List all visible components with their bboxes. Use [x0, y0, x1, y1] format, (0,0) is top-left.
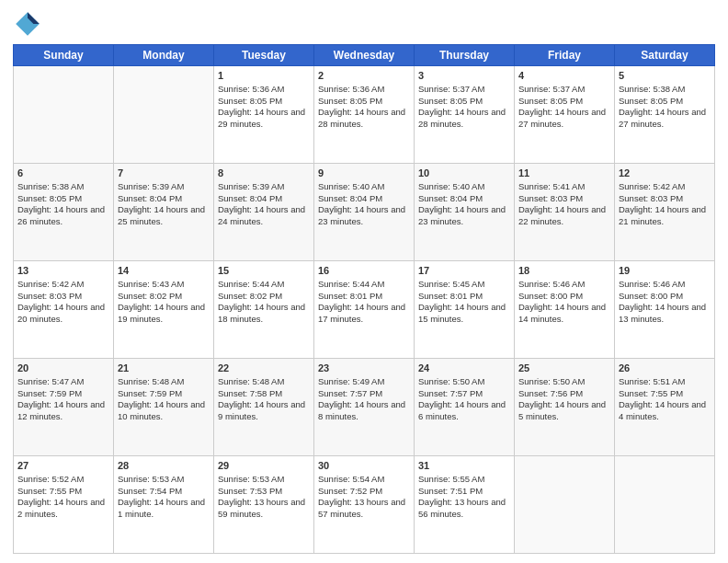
sunset-text: Sunset: 8:03 PM — [619, 193, 683, 203]
sunset-text: Sunset: 8:05 PM — [17, 193, 82, 203]
daylight-text: Daylight: 14 hours and 26 minutes. — [17, 204, 105, 226]
sunset-text: Sunset: 7:57 PM — [318, 388, 382, 398]
day-header-tuesday: Tuesday — [214, 45, 314, 66]
day-number: 17 — [418, 264, 510, 278]
daylight-text: Daylight: 14 hours and 13 minutes. — [619, 302, 706, 324]
sunrise-text: Sunrise: 5:38 AM — [17, 181, 84, 191]
daylight-text: Daylight: 14 hours and 27 minutes. — [619, 107, 706, 129]
sunset-text: Sunset: 7:59 PM — [17, 388, 82, 398]
calendar-cell: 4Sunrise: 5:37 AMSunset: 8:05 PMDaylight… — [515, 66, 615, 164]
calendar-cell: 14Sunrise: 5:43 AMSunset: 8:02 PMDayligh… — [114, 261, 214, 359]
daylight-text: Daylight: 14 hours and 4 minutes. — [619, 399, 706, 421]
sunset-text: Sunset: 8:03 PM — [518, 193, 583, 203]
sunrise-text: Sunrise: 5:43 AM — [118, 279, 184, 289]
sunrise-text: Sunrise: 5:52 AM — [17, 474, 84, 484]
sunrise-text: Sunrise: 5:45 AM — [418, 279, 484, 289]
sunrise-text: Sunrise: 5:53 AM — [218, 474, 284, 484]
calendar-cell: 30Sunrise: 5:54 AMSunset: 7:52 PMDayligh… — [314, 456, 415, 554]
calendar-cell — [114, 66, 214, 164]
sunrise-text: Sunrise: 5:53 AM — [118, 474, 184, 484]
calendar-cell: 21Sunrise: 5:48 AMSunset: 7:59 PMDayligh… — [114, 359, 214, 456]
day-number: 9 — [318, 167, 410, 180]
sunrise-text: Sunrise: 5:51 AM — [619, 376, 685, 386]
sunrise-text: Sunrise: 5:39 AM — [218, 181, 284, 191]
sunrise-text: Sunrise: 5:55 AM — [418, 474, 484, 484]
sunrise-text: Sunrise: 5:49 AM — [318, 376, 384, 386]
day-number: 18 — [518, 264, 610, 278]
daylight-text: Daylight: 14 hours and 2 minutes. — [17, 497, 105, 519]
sunset-text: Sunset: 7:55 PM — [619, 388, 683, 398]
day-number: 22 — [218, 362, 310, 375]
day-header-sunday: Sunday — [14, 45, 114, 66]
sunrise-text: Sunrise: 5:40 AM — [318, 181, 384, 191]
calendar-cell: 2Sunrise: 5:36 AMSunset: 8:05 PMDaylight… — [314, 66, 415, 164]
calendar-cell: 20Sunrise: 5:47 AMSunset: 7:59 PMDayligh… — [14, 359, 114, 456]
sunset-text: Sunset: 8:05 PM — [318, 96, 382, 106]
sunset-text: Sunset: 8:02 PM — [118, 291, 182, 301]
day-number: 23 — [318, 362, 410, 375]
calendar-cell: 15Sunrise: 5:44 AMSunset: 8:02 PMDayligh… — [214, 261, 314, 359]
daylight-text: Daylight: 14 hours and 8 minutes. — [318, 399, 405, 421]
day-number: 15 — [218, 264, 310, 278]
sunrise-text: Sunrise: 5:41 AM — [518, 181, 585, 191]
calendar-cell: 23Sunrise: 5:49 AMSunset: 7:57 PMDayligh… — [314, 359, 415, 456]
day-header-monday: Monday — [114, 45, 214, 66]
sunset-text: Sunset: 8:05 PM — [418, 96, 483, 106]
sunset-text: Sunset: 7:55 PM — [17, 486, 82, 496]
day-number: 5 — [619, 69, 711, 83]
sunset-text: Sunset: 8:04 PM — [418, 193, 483, 203]
day-number: 11 — [518, 167, 610, 180]
daylight-text: Daylight: 14 hours and 9 minutes. — [218, 399, 305, 421]
sunrise-text: Sunrise: 5:44 AM — [218, 279, 284, 289]
sunset-text: Sunset: 8:05 PM — [218, 96, 282, 106]
calendar-cell: 25Sunrise: 5:50 AMSunset: 7:56 PMDayligh… — [515, 359, 615, 456]
daylight-text: Daylight: 14 hours and 15 minutes. — [418, 302, 506, 324]
daylight-text: Daylight: 14 hours and 25 minutes. — [118, 204, 205, 226]
calendar-cell: 28Sunrise: 5:53 AMSunset: 7:54 PMDayligh… — [114, 456, 214, 554]
sunrise-text: Sunrise: 5:48 AM — [218, 376, 284, 386]
day-number: 16 — [318, 264, 410, 278]
daylight-text: Daylight: 13 hours and 57 minutes. — [318, 497, 405, 519]
sunset-text: Sunset: 8:02 PM — [218, 291, 282, 301]
daylight-text: Daylight: 14 hours and 1 minute. — [118, 497, 205, 519]
daylight-text: Daylight: 14 hours and 18 minutes. — [218, 302, 305, 324]
day-number: 26 — [619, 362, 711, 375]
sunrise-text: Sunrise: 5:46 AM — [518, 279, 585, 289]
day-number: 19 — [619, 264, 711, 278]
sunrise-text: Sunrise: 5:36 AM — [318, 84, 384, 94]
sunset-text: Sunset: 8:04 PM — [318, 193, 382, 203]
sunset-text: Sunset: 7:57 PM — [418, 388, 483, 398]
calendar-week-3: 13Sunrise: 5:42 AMSunset: 8:03 PMDayligh… — [14, 261, 715, 359]
sunrise-text: Sunrise: 5:42 AM — [619, 181, 685, 191]
calendar-cell: 11Sunrise: 5:41 AMSunset: 8:03 PMDayligh… — [515, 164, 615, 261]
calendar-week-4: 20Sunrise: 5:47 AMSunset: 7:59 PMDayligh… — [14, 359, 715, 456]
calendar-table: SundayMondayTuesdayWednesdayThursdayFrid… — [13, 44, 715, 554]
header — [13, 9, 715, 39]
daylight-text: Daylight: 14 hours and 23 minutes. — [318, 204, 405, 226]
sunrise-text: Sunrise: 5:40 AM — [418, 181, 484, 191]
day-number: 6 — [17, 167, 109, 180]
day-header-friday: Friday — [515, 45, 615, 66]
day-number: 8 — [218, 167, 310, 180]
day-number: 7 — [118, 167, 210, 180]
day-number: 14 — [118, 264, 210, 278]
day-number: 24 — [418, 362, 510, 375]
day-number: 10 — [418, 167, 510, 180]
calendar-cell: 8Sunrise: 5:39 AMSunset: 8:04 PMDaylight… — [214, 164, 314, 261]
sunset-text: Sunset: 8:05 PM — [619, 96, 683, 106]
sunrise-text: Sunrise: 5:44 AM — [318, 279, 384, 289]
sunset-text: Sunset: 8:01 PM — [318, 291, 382, 301]
calendar-week-1: 1Sunrise: 5:36 AMSunset: 8:05 PMDaylight… — [14, 66, 715, 164]
calendar-cell: 6Sunrise: 5:38 AMSunset: 8:05 PMDaylight… — [14, 164, 114, 261]
calendar-cell: 19Sunrise: 5:46 AMSunset: 8:00 PMDayligh… — [615, 261, 715, 359]
daylight-text: Daylight: 14 hours and 21 minutes. — [619, 204, 706, 226]
calendar-cell — [615, 456, 715, 554]
calendar-cell — [515, 456, 615, 554]
sunrise-text: Sunrise: 5:39 AM — [118, 181, 184, 191]
calendar-cell: 9Sunrise: 5:40 AMSunset: 8:04 PMDaylight… — [314, 164, 415, 261]
sunrise-text: Sunrise: 5:37 AM — [418, 84, 484, 94]
day-number: 1 — [218, 69, 310, 83]
sunset-text: Sunset: 8:00 PM — [518, 291, 583, 301]
sunset-text: Sunset: 8:01 PM — [418, 291, 483, 301]
sunrise-text: Sunrise: 5:38 AM — [619, 84, 685, 94]
